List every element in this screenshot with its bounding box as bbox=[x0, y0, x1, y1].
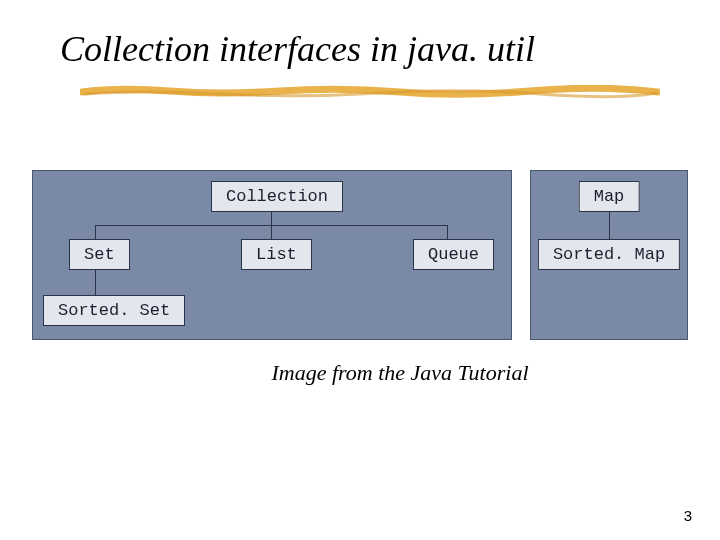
slide-title: Collection interfaces in java. util bbox=[60, 28, 535, 70]
collection-hierarchy-panel: Collection Set List Queue Sorted. Set bbox=[32, 170, 512, 340]
map-hierarchy-panel: Map Sorted. Map bbox=[530, 170, 688, 340]
image-caption: Image from the Java Tutorial bbox=[40, 360, 720, 386]
title-underline bbox=[80, 85, 660, 99]
node-set: Set bbox=[69, 239, 130, 270]
node-queue: Queue bbox=[413, 239, 494, 270]
page-number: 3 bbox=[684, 507, 692, 524]
node-sortedset: Sorted. Set bbox=[43, 295, 185, 326]
diagram: Collection Set List Queue Sorted. Set Ma… bbox=[32, 170, 688, 340]
node-collection: Collection bbox=[211, 181, 343, 212]
node-list: List bbox=[241, 239, 312, 270]
node-map: Map bbox=[579, 181, 640, 212]
node-sortedmap: Sorted. Map bbox=[538, 239, 680, 270]
